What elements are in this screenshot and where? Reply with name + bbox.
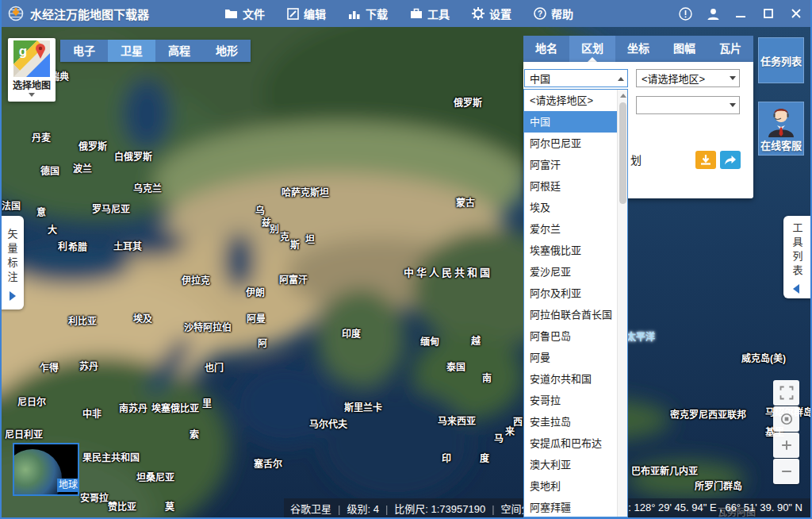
- dropdown-item[interactable]: 安道尔共和国: [524, 368, 627, 390]
- main-menu: 文件 编辑 下载 工具 设置 ? 帮助: [224, 0, 573, 27]
- maximize-button[interactable]: [760, 6, 776, 21]
- tool-list-label: 工具列表: [792, 222, 802, 279]
- dropdown-item[interactable]: 安提瓜和巴布达: [524, 432, 627, 454]
- dropdown-item[interactable]: 安圭拉岛: [524, 411, 627, 432]
- district-partial-label: 划: [630, 152, 642, 167]
- task-list-button[interactable]: 任务列表: [758, 37, 804, 83]
- svg-text:g: g: [19, 44, 27, 59]
- globe-icon: [13, 449, 62, 496]
- map-type-tab[interactable]: 地形: [203, 40, 251, 62]
- dropdown-item[interactable]: 阿尔及利亚: [524, 283, 627, 304]
- region-combobox-value: <请选择地区>: [642, 71, 730, 86]
- dropdown-item[interactable]: 阿鲁巴岛: [524, 325, 627, 347]
- subregion-combobox[interactable]: [636, 96, 740, 114]
- zoom-out-button[interactable]: [773, 459, 799, 484]
- briefcase-icon: [410, 8, 423, 19]
- country-combobox[interactable]: 中国: [524, 69, 628, 87]
- mouse-coordinates: 标: 128° 29' 45. 94" E , 66° 51' 39. 90" …: [618, 498, 802, 517]
- menu-help[interactable]: ? 帮助: [534, 6, 573, 21]
- dropdown-item[interactable]: 澳大利亚: [524, 454, 627, 475]
- dropdown-item[interactable]: 阿富汗: [524, 154, 627, 175]
- dropdown-item[interactable]: 安哥拉: [524, 390, 627, 411]
- menu-settings[interactable]: 设置: [472, 6, 511, 21]
- dropdown-item[interactable]: 埃塞俄比亚: [524, 240, 627, 261]
- map-type-tab[interactable]: 电子: [60, 40, 108, 62]
- dropdown-item[interactable]: 爱尔兰: [524, 218, 627, 240]
- vector-annotation-label: 矢量标注: [7, 229, 17, 286]
- folder-icon: [224, 8, 238, 19]
- menu-file[interactable]: 文件: [224, 6, 265, 21]
- download-icon: [699, 154, 712, 166]
- minus-icon: [779, 463, 795, 479]
- online-service-button[interactable]: 在线客服: [758, 102, 804, 156]
- info-icon[interactable]: [677, 6, 693, 21]
- dropdown-item[interactable]: 中国: [524, 111, 627, 133]
- chevron-up-icon: [618, 74, 624, 81]
- tool-list-drawer[interactable]: 工具列表: [783, 216, 810, 298]
- menu-tools[interactable]: 工具: [410, 6, 450, 21]
- dropdown-item[interactable]: 阿拉伯联合酋长国: [524, 304, 627, 325]
- dropdown-scrollbar[interactable]: [617, 90, 627, 517]
- chevron-down-icon: [730, 103, 736, 110]
- panel-tab[interactable]: 图幅: [661, 36, 707, 62]
- dropdown-item[interactable]: 阿尔巴尼亚: [524, 133, 627, 154]
- help-icon: ?: [534, 7, 546, 20]
- menu-download[interactable]: 下载: [348, 6, 388, 21]
- scrollbar-thumb[interactable]: [619, 102, 626, 204]
- locate-button[interactable]: [773, 406, 799, 432]
- dropdown-item[interactable]: 阿塞拜疆: [524, 497, 627, 517]
- panel-tab[interactable]: 坐标: [615, 36, 661, 62]
- scroll-up-icon[interactable]: [619, 91, 626, 99]
- vector-annotation-drawer[interactable]: 矢量标注: [0, 216, 24, 309]
- dropdown-item[interactable]: <请选择地区>: [524, 90, 627, 111]
- map-selector-label: 选择地图: [13, 78, 51, 91]
- dropdown-item[interactable]: 埃及: [524, 197, 627, 218]
- gear-icon: [472, 7, 485, 20]
- globe-label: 地球: [57, 479, 79, 492]
- download-bars-icon: [348, 9, 361, 19]
- region-combobox[interactable]: <请选择地区>: [636, 69, 740, 87]
- minimize-button[interactable]: [733, 6, 749, 21]
- menu-edit[interactable]: 编辑: [287, 6, 326, 21]
- map-type-tabs: 电子卫星高程地形: [60, 40, 251, 62]
- chevron-down-icon: [730, 76, 736, 83]
- map-type-tab[interactable]: 高程: [155, 40, 203, 62]
- app-title: 水经注万能地图下载器: [30, 6, 149, 22]
- user-icon[interactable]: [705, 6, 721, 21]
- online-service-label: 在线客服: [760, 137, 802, 152]
- fullscreen-icon: [779, 385, 795, 401]
- locate-icon: [779, 411, 795, 427]
- map-selector[interactable]: g 选择地图: [8, 38, 56, 102]
- window-controls: [677, 0, 804, 27]
- arrow-left-icon: [788, 284, 799, 294]
- dropdown-item[interactable]: 爱沙尼亚: [524, 261, 627, 283]
- panel-tab[interactable]: 瓦片: [707, 36, 753, 62]
- share-button[interactable]: [720, 151, 741, 169]
- download-button[interactable]: [695, 151, 716, 169]
- titlebar: 水经注万能地图下载器 文件 编辑 下载 工具 设置: [0, 0, 812, 27]
- panel-tab[interactable]: 地名: [523, 36, 569, 62]
- fullscreen-button[interactable]: [773, 380, 799, 406]
- dropdown-item[interactable]: 阿曼: [524, 347, 627, 368]
- chevron-down-icon: [29, 93, 35, 100]
- country-dropdown-list: <请选择地区>中国阿尔巴尼亚阿富汗阿根廷埃及爱尔兰埃塞俄比亚爱沙尼亚阿尔及利亚阿…: [523, 89, 628, 517]
- panel-tab[interactable]: 区划: [569, 36, 615, 62]
- status-segment: 级别: 4: [331, 501, 379, 516]
- app-window: 瑞典丹麦俄罗斯白俄罗斯德国波兰乌克兰法国罗马尼亚意大利希腊土耳其俄罗斯哈萨克斯坦…: [0, 0, 812, 519]
- plus-icon: [779, 437, 795, 453]
- panel-tabs: 地名区划坐标图幅瓦片: [523, 36, 753, 62]
- map-type-tab[interactable]: 卫星: [108, 40, 155, 62]
- status-segment: 比例尺: 1:73957190: [379, 501, 485, 516]
- zoom-in-button[interactable]: [773, 432, 799, 458]
- close-button[interactable]: [788, 6, 804, 21]
- app-logo-icon: [8, 6, 24, 21]
- country-combobox-value: 中国: [530, 71, 618, 86]
- edit-icon: [287, 8, 299, 20]
- customer-service-avatar: [766, 106, 796, 137]
- svg-text:?: ?: [538, 10, 542, 18]
- arrow-right-icon: [10, 291, 21, 301]
- dropdown-item[interactable]: 奥地利: [524, 475, 627, 497]
- status-segment: 谷歌卫星: [290, 501, 331, 516]
- dropdown-item[interactable]: 阿根廷: [524, 175, 627, 197]
- globe-view-thumbnail[interactable]: 地球: [13, 443, 79, 496]
